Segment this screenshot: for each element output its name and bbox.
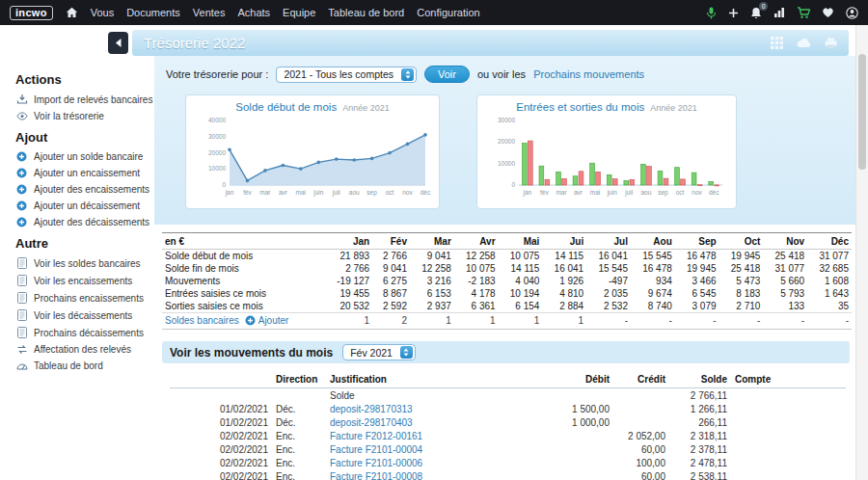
sidebar-item-affectation-des-releves[interactable]: Affectation des relevés: [15, 344, 150, 355]
summary-cell: 2 937: [410, 300, 454, 313]
summary-cell: 6 153: [410, 287, 454, 300]
summary-cell: 31 077: [763, 262, 807, 275]
summary-cell: 6 154: [499, 300, 543, 313]
sidebar-item-prochains-encaissements[interactable]: Prochains encaissements: [15, 292, 150, 304]
movement-date: 02/02/2021: [170, 469, 272, 480]
nav-item-equipe[interactable]: Equipe: [283, 7, 315, 18]
summary-cell: 6 545: [675, 287, 719, 300]
header-actions: [771, 37, 837, 49]
svg-text:10000: 10000: [498, 160, 515, 167]
nav-item-vous[interactable]: Vous: [91, 7, 114, 18]
movement-justification: deposit-298170313: [326, 402, 554, 415]
heart-icon[interactable]: [822, 7, 834, 18]
balance-chart-title[interactable]: Solde début de mois: [235, 101, 337, 113]
sidebar-item-ajouter-des-decaissements[interactable]: Ajouter des décaissements: [15, 217, 150, 227]
movement-row: 02/02/2021Enc.Facture F2101-0000860,002 …: [170, 469, 846, 480]
scrollbar-thumb[interactable]: [858, 54, 866, 170]
nav-item-tableau-de-bord[interactable]: Tableau de bord: [328, 7, 404, 18]
nav-item-ventes[interactable]: Ventes: [193, 7, 226, 18]
doc-icon: [15, 309, 28, 321]
inout-chart-title[interactable]: Entrées et sorties du mois: [516, 101, 644, 113]
summary-month-header-fev: Fév: [372, 233, 410, 250]
movement-debit: 1 000,00: [554, 415, 613, 429]
svg-text:mar: mar: [556, 189, 567, 196]
stats-icon[interactable]: [773, 7, 785, 18]
nav-item-configuration[interactable]: Configuration: [417, 7, 479, 18]
scrollbar[interactable]: [855, 25, 868, 480]
summary-cell: 19 455: [324, 287, 372, 300]
svg-text:mai: mai: [296, 189, 306, 196]
summary-cell: 6 275: [372, 275, 410, 287]
justification-link[interactable]: deposit-298170403: [330, 417, 413, 428]
home-icon[interactable]: [66, 7, 78, 18]
eye-icon: [15, 112, 28, 120]
cloud-icon[interactable]: [797, 38, 811, 48]
print-icon[interactable]: [825, 38, 837, 49]
sidebar-item-voir-la-tresorerie[interactable]: Voir la trésorerie: [15, 111, 150, 121]
sidebar-item-label: Voir les encaissements: [34, 276, 132, 286]
bank-balances-link[interactable]: Soldes bancaires: [165, 315, 239, 326]
summary-cell: 12 258: [454, 250, 499, 263]
add-balance-link[interactable]: Ajouter: [258, 315, 289, 326]
movement-date: 01/02/2021: [170, 415, 272, 429]
svg-text:oct: oct: [386, 189, 394, 196]
summary-month-header-sep: Sep: [675, 233, 719, 250]
sidebar-item-prochains-decaissements[interactable]: Prochains décaissements: [15, 327, 150, 338]
doc-icon: [15, 257, 28, 269]
back-button[interactable]: [108, 32, 128, 54]
movement-credit: 60,00: [613, 442, 669, 456]
sidebar-item-label: Ajouter un encaissement: [34, 168, 140, 178]
justification-link[interactable]: Facture F2101-00006: [330, 458, 422, 468]
summary-cell: 32 685: [807, 262, 852, 275]
add-circle-icon[interactable]: [245, 315, 256, 326]
movement-compte: [731, 442, 846, 456]
account-select-value: 2021 - Tous les comptes: [284, 68, 393, 80]
plus-icon[interactable]: [728, 8, 739, 18]
movements-col-compte: Compte: [731, 372, 846, 388]
summary-cell: 19 945: [675, 262, 719, 275]
svg-text:fév: fév: [243, 189, 252, 196]
justification-link[interactable]: Facture F2012-00161: [330, 431, 422, 441]
cart-icon[interactable]: [797, 7, 810, 19]
movement-row: 02/02/2021Enc.Facture F2101-00006100,002…: [170, 456, 846, 469]
summary-cell: 31 077: [807, 250, 852, 263]
nav-item-achats[interactable]: Achats: [237, 7, 270, 18]
justification-link[interactable]: deposit-298170313: [330, 404, 413, 414]
sidebar: ActionsImport de relevés bancairesVoir l…: [0, 62, 154, 480]
movement-compte: [731, 402, 846, 415]
justification-link[interactable]: Facture F2101-00004: [330, 444, 422, 455]
summary-cell: 3 466: [675, 275, 719, 287]
sidebar-item-ajouter-un-encaissement[interactable]: Ajouter un encaissement: [15, 168, 150, 178]
grid-icon[interactable]: [771, 37, 783, 49]
svg-text:juin: juin: [312, 189, 324, 197]
incwo-logo[interactable]: incwo: [10, 6, 53, 20]
sidebar-item-voir-les-decaissements[interactable]: Voir les décaissements: [15, 309, 150, 321]
sidebar-item-voir-les-encaissements[interactable]: Voir les encaissements: [15, 275, 150, 286]
svg-text:nov: nov: [402, 189, 413, 196]
sidebar-item-voir-les-soldes-bancaires[interactable]: Voir les soldes bancaires: [15, 257, 150, 269]
sidebar-item-ajouter-des-encaissements[interactable]: Ajouter des encaissements: [15, 184, 150, 195]
svg-text:avr: avr: [279, 189, 288, 196]
add-icon: [15, 168, 28, 178]
sidebar-item-ajouter-un-decaissement[interactable]: Ajouter un décaissement: [15, 200, 150, 211]
sidebar-item-import-de-releves-bancaires[interactable]: Import de relevés bancaires: [15, 93, 150, 105]
month-select[interactable]: Fév 2021: [342, 344, 416, 360]
bell-icon[interactable]: 0: [750, 7, 762, 19]
next-movements-link[interactable]: Prochains mouvements: [533, 68, 644, 80]
view-button[interactable]: Voir: [424, 66, 470, 83]
mic-icon[interactable]: [706, 7, 717, 19]
movement-debit: [554, 456, 613, 469]
inout-chart-subtitle: Année 2021: [650, 103, 697, 113]
summary-cell: 2 710: [719, 300, 764, 313]
movements-header-row: DirectionJustificationDébitCréditSoldeCo…: [170, 372, 846, 388]
sidebar-item-tableau-de-bord[interactable]: Tableau de bord: [15, 360, 150, 371]
nav-item-documents[interactable]: Documents: [126, 7, 180, 18]
sidebar-item-ajouter-un-solde-bancaire[interactable]: Ajouter un solde bancaire: [15, 151, 150, 162]
select-arrows-icon: [400, 346, 413, 359]
page-header: Trésorerie 2022: [132, 30, 849, 56]
dashboard-icon: [15, 361, 28, 370]
sidebar-item-label: Import de relevés bancaires: [34, 94, 152, 105]
justification-link[interactable]: Facture F2101-00008: [330, 471, 422, 480]
user-icon[interactable]: [846, 7, 858, 19]
account-select[interactable]: 2021 - Tous les comptes: [276, 67, 417, 83]
